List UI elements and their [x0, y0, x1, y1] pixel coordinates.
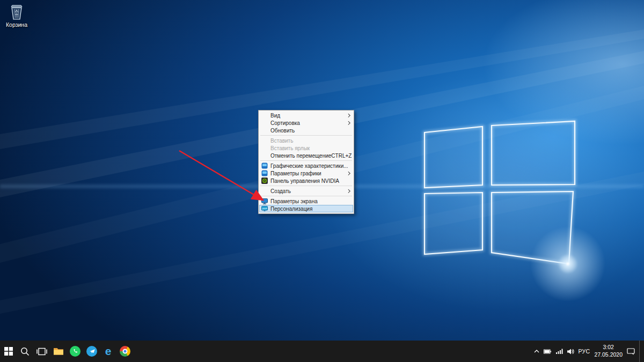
menu-item-label: Создать	[270, 188, 291, 194]
submenu-chevron-icon	[347, 172, 350, 175]
menu-item-label: Вид	[270, 113, 280, 119]
chrome-icon	[120, 346, 130, 357]
menu-item-undo-move[interactable]: Отменить перемещение CTRL+Z	[259, 152, 353, 159]
menu-item-label: Параметры графики	[270, 171, 321, 176]
menu-item-label: Сортировка	[270, 120, 300, 126]
clock[interactable]: 3:02 27.05.2020	[594, 344, 623, 358]
whatsapp-button[interactable]	[67, 341, 83, 362]
menu-item-label: Графические характеристики...	[270, 163, 348, 169]
menu-item-paste-shortcut: Вставить ярлык	[259, 144, 353, 152]
intel-graphics-icon	[261, 162, 268, 169]
menu-item-shortcut: CTRL+Z	[331, 153, 352, 159]
menu-item-label: Отменить перемещение	[270, 153, 331, 159]
submenu-chevron-icon	[347, 114, 350, 117]
battery-icon[interactable]	[544, 349, 552, 354]
clock-date: 27.05.2020	[594, 351, 623, 359]
volume-icon[interactable]	[567, 349, 574, 354]
menu-item-personalization[interactable]: Персонализация	[259, 205, 353, 212]
edge-button[interactable]: e	[100, 341, 116, 362]
display-settings-icon	[261, 198, 268, 204]
menu-item-label: Панель управления NVIDIA	[270, 178, 339, 184]
menu-item-label: Параметры экрана	[270, 198, 318, 204]
menu-separator	[260, 186, 352, 186]
menu-item-graphics-options[interactable]: Параметры графики	[259, 169, 353, 177]
search-button[interactable]	[17, 341, 33, 362]
clock-time: 3:02	[594, 344, 623, 351]
system-tray: РУС 3:02 27.05.2020	[534, 341, 644, 362]
search-icon	[20, 347, 30, 356]
menu-item-nvidia-control-panel[interactable]: Панель управления NVIDIA	[259, 177, 353, 184]
menu-item-label: Вставить ярлык	[270, 145, 310, 151]
tray-chevron-up-icon[interactable]	[534, 350, 539, 353]
menu-item-paste: Вставить	[259, 137, 353, 144]
show-desktop-button[interactable]	[639, 341, 641, 362]
edge-icon: e	[105, 346, 112, 357]
file-explorer-button[interactable]	[50, 341, 67, 362]
recycle-bin-icon	[8, 3, 25, 20]
action-center-icon[interactable]	[627, 348, 635, 355]
menu-item-display-settings[interactable]: Параметры экрана	[259, 197, 353, 205]
taskbar: e	[0, 341, 644, 362]
desktop-context-menu: Вид Сортировка Обновить Вставить Вставит…	[258, 110, 354, 214]
menu-item-label: Персонализация	[270, 206, 312, 212]
start-button[interactable]	[0, 341, 17, 362]
menu-item-label: Вставить	[270, 138, 293, 144]
language-indicator[interactable]: РУС	[579, 348, 590, 354]
menu-item-new[interactable]: Создать	[259, 187, 353, 195]
menu-item-refresh[interactable]: Обновить	[259, 127, 353, 134]
whatsapp-icon	[70, 346, 80, 357]
recycle-bin[interactable]: Корзина	[2, 3, 31, 28]
telegram-button[interactable]	[83, 341, 100, 362]
start-icon	[4, 347, 13, 356]
menu-item-label: Обновить	[270, 128, 295, 134]
nvidia-icon	[261, 178, 268, 184]
task-view-icon	[36, 348, 47, 356]
network-icon[interactable]	[556, 349, 563, 354]
windows-desktop: Корзина Вид Сортировка Обновить Вставить…	[0, 0, 644, 362]
file-explorer-icon	[53, 347, 64, 356]
chrome-button[interactable]	[116, 341, 133, 362]
menu-separator	[260, 160, 352, 161]
submenu-chevron-icon	[347, 189, 350, 193]
intel-graphics-icon	[261, 170, 268, 176]
menu-item-graphics-properties[interactable]: Графические характеристики...	[259, 162, 353, 169]
menu-item-sort[interactable]: Сортировка	[259, 119, 353, 127]
task-view-button[interactable]	[33, 341, 50, 362]
taskbar-app-buttons: e	[0, 341, 133, 362]
menu-separator	[260, 135, 352, 136]
submenu-chevron-icon	[347, 121, 350, 124]
menu-separator	[260, 196, 352, 196]
recycle-bin-label: Корзина	[6, 21, 27, 28]
menu-item-view[interactable]: Вид	[259, 112, 353, 119]
personalization-icon	[261, 205, 268, 212]
telegram-icon	[86, 346, 97, 357]
